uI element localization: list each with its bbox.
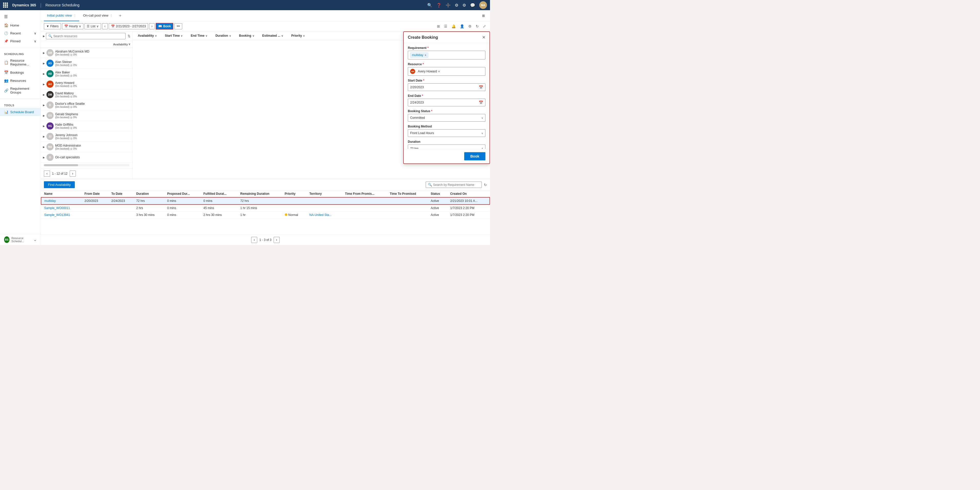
sidebar-item-schedule-board[interactable]: 📊 Schedule Board — [0, 108, 41, 116]
col-priority[interactable]: Priority — [282, 190, 307, 197]
start-date-input[interactable]: 📅 — [408, 83, 485, 91]
resource-row[interactable]: ▶ GS Gerald Stephens (0m booked) ◎ 0% — [41, 110, 132, 121]
settings-icon-btn[interactable]: ⚙ — [463, 3, 466, 8]
start-date-field[interactable] — [410, 86, 478, 89]
resource-row[interactable]: ▶ MA MOD Administrator (0m booked) ◎ 0% — [41, 142, 132, 152]
refresh-icon[interactable]: ↻ — [475, 23, 480, 29]
chat-icon-btn[interactable]: 💬 — [470, 3, 475, 8]
end-date-field[interactable] — [410, 101, 478, 104]
bottom-refresh-btn[interactable]: ↻ — [484, 183, 487, 187]
req-link-multiday[interactable]: multiday — [45, 199, 56, 203]
tab-on-call-pool[interactable]: On-call pool view ⋮ — [80, 10, 116, 21]
req-link-sample1[interactable]: Sample_WO00011 — [44, 206, 70, 210]
resource-row[interactable]: ▶ AB Alex Baker (0m booked) ◎ 0% — [41, 68, 132, 79]
row-expand-11[interactable]: ▶ — [43, 156, 45, 159]
col-header-booking[interactable]: Booking ∨ — [237, 33, 256, 38]
col-header-priority[interactable]: Priority ∨ — [289, 33, 307, 38]
booking-method-dropdown[interactable]: Front Load Hours Redistribute Do Not Mov… — [410, 131, 483, 135]
date-range-button[interactable]: 📅 2/21/2023 - 2/27/2023 — [109, 23, 148, 29]
row-expand-2[interactable]: ▶ — [43, 62, 45, 65]
col-from-date[interactable]: From Date — [81, 190, 108, 197]
filters-button[interactable]: ▼ Filters — [44, 23, 61, 29]
col-header-availability[interactable]: Availability ∨ — [136, 33, 159, 38]
col-duration[interactable]: Duration — [133, 190, 164, 197]
sidebar-item-resources[interactable]: 👥 Resources — [0, 76, 41, 85]
col-time-to-promised[interactable]: Time To Promised — [387, 190, 428, 197]
next-date-button[interactable]: › — [149, 23, 155, 29]
add-icon-btn[interactable]: ➕ — [445, 3, 451, 8]
tab-initial-public[interactable]: Initial public view ⋮ — [44, 10, 79, 21]
table-row[interactable]: Sample_WO00011 2 hrs 0 mins 45 mins 1 hr… — [41, 205, 490, 212]
next-page-btn[interactable]: › — [70, 171, 76, 177]
resource-search-input[interactable] — [53, 35, 123, 38]
col-time-from-promised[interactable]: Time From Promis... — [342, 190, 387, 197]
more-options-button[interactable]: ••• — [174, 23, 182, 29]
col-territory[interactable]: Territory — [306, 190, 342, 197]
row-expand-3[interactable]: ▶ — [43, 72, 45, 75]
sidebar-item-recent[interactable]: 🕐 Recent ∨ — [0, 29, 41, 37]
row-expand-10[interactable]: ▶ — [43, 146, 45, 148]
alert-icon[interactable]: 🔔 — [450, 23, 457, 29]
duration-dropdown[interactable]: 72 hrs — [410, 147, 483, 149]
booking-status-dropdown[interactable]: Committed Tentative Cancelled — [410, 116, 483, 120]
panel-close-button[interactable]: ✕ — [482, 35, 485, 40]
duration-select[interactable]: 72 hrs ∧ — [408, 144, 485, 149]
grid-view-icon[interactable]: ⊞ — [436, 23, 441, 29]
horizontal-scrollbar[interactable] — [41, 163, 132, 168]
row-expand-6[interactable]: ▶ — [43, 104, 45, 106]
req-link-sample2[interactable]: Sample_WO13941 — [44, 213, 70, 217]
prev-date-button[interactable]: ‹ — [102, 23, 108, 29]
sort-icon[interactable]: ⇅ — [127, 34, 130, 38]
start-date-calendar-icon[interactable]: 📅 — [479, 85, 483, 89]
sidebar-item-pinned[interactable]: 📌 Pinned ∨ — [0, 37, 41, 45]
resource-row[interactable]: ▶ AH Avery Howard (0m booked) ◎ 0% — [41, 79, 132, 89]
settings2-icon[interactable]: ⚙ — [467, 23, 473, 29]
resource-tag-close[interactable]: ✕ — [438, 70, 440, 73]
table-row[interactable]: Sample_WO13941 3 hrs 30 mins 0 mins 2 hr… — [41, 212, 490, 219]
requirement-input[interactable]: multiday ✕ — [408, 51, 485, 59]
col-header-end-time[interactable]: End Time ∨ — [189, 33, 209, 38]
col-header-estimated[interactable]: Estimated ... ∨ — [260, 33, 285, 38]
resource-row[interactable]: ▶ O On-call specialists — [41, 152, 132, 163]
tab-initial-public-more[interactable]: ⋮ — [73, 14, 76, 17]
tab-on-call-more[interactable]: ⋮ — [110, 14, 113, 17]
app-grid-icon[interactable] — [3, 3, 8, 8]
resource-input[interactable]: AH Avery Howard ✕ — [408, 67, 485, 76]
row-expand-4[interactable]: ▶ — [43, 83, 45, 86]
person-icon[interactable]: 👤 — [459, 23, 465, 29]
col-name[interactable]: Name — [41, 190, 81, 197]
sidebar-item-req-groups[interactable]: 🔗 Requirement Groups — [0, 85, 41, 97]
booking-method-select[interactable]: Front Load Hours Redistribute Do Not Mov… — [408, 129, 485, 137]
col-status[interactable]: Status — [428, 190, 447, 197]
row-expand-5[interactable]: ▶ — [43, 93, 45, 96]
bottom-prev-page-btn[interactable]: ‹ — [251, 237, 257, 243]
tab-window-icon[interactable]: ⊞ — [480, 14, 487, 17]
resource-row[interactable]: ▶ AS Alan Steiner (0m booked) ◎ 0% — [41, 58, 132, 68]
expand-all-arrow[interactable]: ▶ — [43, 35, 45, 38]
row-expand-7[interactable]: ▶ — [43, 114, 45, 117]
resource-row[interactable]: ▶ HG Halle Griffiths (0m booked) ◎ 0% — [41, 121, 132, 131]
find-availability-button[interactable]: Find Availability — [44, 181, 75, 188]
col-availability[interactable]: Availability ∨ — [113, 43, 130, 46]
book-button[interactable]: 📖 Book — [156, 23, 173, 30]
hamburger-menu[interactable]: ☰ — [0, 12, 41, 21]
end-date-calendar-icon[interactable]: 📅 — [479, 100, 483, 105]
col-fulfilled-dur[interactable]: Fulfilled Durat... — [200, 190, 237, 197]
end-date-input[interactable]: 📅 — [408, 99, 485, 106]
col-header-duration[interactable]: Duration ∨ — [213, 33, 233, 38]
search-icon-btn[interactable]: 🔍 — [427, 3, 432, 8]
resource-search-box[interactable]: 🔍 — [46, 33, 126, 39]
resource-row[interactable]: ▶ DM David Mallory (0m booked) ◎ 0% — [41, 89, 132, 100]
sidebar-item-resource-req[interactable]: 📋 Resource Requireme... — [0, 57, 41, 68]
list-view-icon[interactable]: ☰ — [443, 23, 449, 29]
hourly-view-button[interactable]: 📅 Hourly ∨ — [62, 23, 84, 29]
table-row[interactable]: multiday 2/20/2023 2/24/2023 72 hrs 0 mi… — [41, 197, 490, 205]
booking-book-button[interactable]: Book — [464, 152, 485, 160]
user-avatar[interactable]: MA — [479, 1, 487, 9]
row-expand-1[interactable]: ▶ — [43, 51, 45, 54]
col-header-start-time[interactable]: Start Time ∨ — [163, 33, 185, 38]
list-button[interactable]: ☰ List ∨ — [84, 23, 101, 29]
bottom-search-input[interactable] — [433, 183, 479, 187]
resource-row[interactable]: ▶ D Doctor's office Seattle (0m booked) … — [41, 100, 132, 110]
col-proposed-dur[interactable]: Proposed Dur... — [164, 190, 200, 197]
